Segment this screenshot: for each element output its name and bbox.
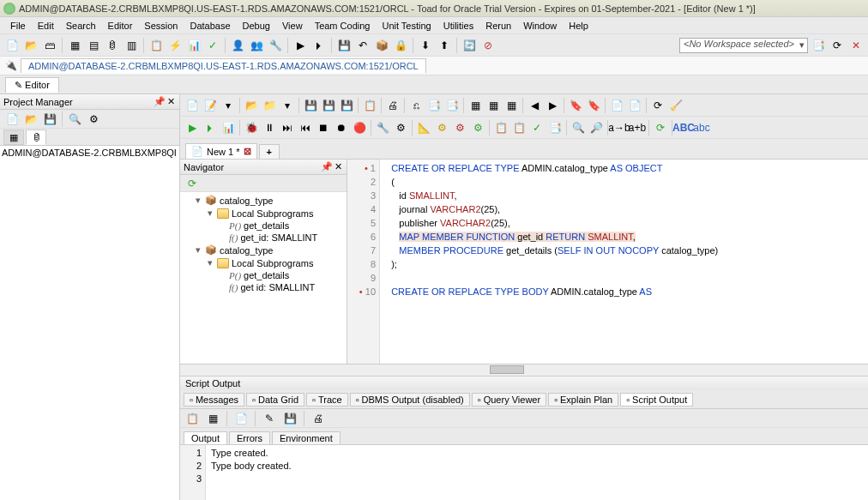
- expand-icon[interactable]: ▾: [206, 257, 214, 268]
- check-icon[interactable]: ✓: [204, 37, 221, 54]
- ed-drop2-icon[interactable]: ▾: [279, 97, 296, 114]
- ed-plsql-icon[interactable]: 📄: [608, 97, 625, 114]
- grid-icon[interactable]: ▥: [123, 37, 140, 54]
- db-icon[interactable]: 🛢: [104, 37, 121, 54]
- t1-icon[interactable]: 🔧: [374, 119, 391, 136]
- t2-icon[interactable]: ⚙: [392, 119, 409, 136]
- workspace-selector[interactable]: <No Workspace selected>: [679, 38, 808, 53]
- out-save-icon[interactable]: 💾: [281, 410, 298, 427]
- dbg3-icon[interactable]: ⏭: [279, 119, 296, 136]
- menu-rerun[interactable]: Rerun: [480, 19, 516, 33]
- out-t1-icon[interactable]: 📋: [184, 410, 201, 427]
- subtab-output[interactable]: Output: [184, 431, 227, 444]
- exec-plan-icon[interactable]: 📊: [220, 119, 237, 136]
- exec-script-icon[interactable]: ▶: [184, 119, 201, 136]
- z1-icon[interactable]: a→b: [611, 119, 628, 136]
- nav-item[interactable]: ▾📦catalog_type: [182, 244, 345, 256]
- nav-item[interactable]: ▾Local Subprograms: [182, 256, 345, 269]
- pm-cfg-icon[interactable]: ⚙: [85, 111, 102, 128]
- ed-open2-icon[interactable]: 📁: [261, 97, 278, 114]
- x2-icon[interactable]: 📋: [510, 119, 527, 136]
- menu-search[interactable]: Search: [61, 19, 101, 33]
- ed-c1-icon[interactable]: 🔖: [567, 97, 584, 114]
- menu-file[interactable]: File: [5, 19, 31, 33]
- new-icon[interactable]: 📄: [3, 37, 21, 54]
- ed-drop-icon[interactable]: ▾: [220, 97, 237, 114]
- proc-icon[interactable]: 📋: [148, 37, 165, 54]
- dbg1-icon[interactable]: 🐞: [243, 119, 260, 136]
- ed-a1-icon[interactable]: ⎌: [407, 97, 425, 114]
- expand-icon[interactable]: ▾: [206, 208, 214, 219]
- output-tab-messages[interactable]: ▫Messages: [184, 393, 244, 407]
- code-editor[interactable]: • 123456789• 10 CREATE OR REPLACE TYPE A…: [347, 160, 868, 364]
- action1-icon[interactable]: ⬇: [417, 37, 434, 54]
- pin-icon[interactable]: 📌: [154, 96, 164, 107]
- view-icon[interactable]: ▤: [85, 37, 102, 54]
- nav-item[interactable]: P()get_details: [182, 220, 345, 232]
- pm-filter-icon[interactable]: 🔍: [66, 111, 83, 128]
- h-scrollbar[interactable]: [180, 364, 868, 376]
- z2-icon[interactable]: a+b: [629, 119, 646, 136]
- rollback-icon[interactable]: ↶: [354, 37, 371, 54]
- out-t2-icon[interactable]: ▦: [204, 410, 221, 427]
- ws-del-icon[interactable]: ✕: [847, 37, 865, 54]
- ed-b1-icon[interactable]: ▦: [467, 97, 484, 114]
- subtab-errors[interactable]: Errors: [229, 431, 270, 444]
- close-icon[interactable]: ✕: [166, 96, 176, 107]
- action2-icon[interactable]: ⬆: [436, 37, 453, 54]
- ed-save-icon[interactable]: 💾: [302, 97, 319, 114]
- menu-debug[interactable]: Debug: [238, 19, 275, 33]
- exec-icon[interactable]: ⚡: [166, 37, 184, 54]
- open-icon[interactable]: 📂: [22, 37, 39, 54]
- nav-refresh-icon[interactable]: ⟳: [184, 175, 201, 192]
- refresh-icon[interactable]: 🔄: [461, 37, 478, 54]
- pm-tree-icon[interactable]: ▦: [3, 130, 24, 145]
- pm-connection-item[interactable]: ADMIN@DATABASE-2.CRBMLBXMP8QI.: [2, 148, 178, 158]
- ed-a2-icon[interactable]: 📑: [425, 97, 443, 114]
- ed-clip-icon[interactable]: 📋: [361, 97, 378, 114]
- sql-icon[interactable]: ▶: [292, 37, 309, 54]
- ed-print-icon[interactable]: 🖨: [384, 97, 401, 114]
- menu-unit-testing[interactable]: Unit Testing: [377, 19, 436, 33]
- nav-item[interactable]: ▾Local Subprograms: [182, 207, 345, 220]
- ref2-icon[interactable]: ⟳: [652, 119, 669, 136]
- out-print-icon[interactable]: 🖨: [310, 410, 327, 427]
- session-icon[interactable]: 🔧: [267, 37, 284, 54]
- ed-clear-icon[interactable]: 🧹: [667, 97, 684, 114]
- lock-icon[interactable]: 🔒: [392, 37, 409, 54]
- tx-icon[interactable]: 📦: [373, 37, 390, 54]
- pm-db-icon[interactable]: 🛢: [26, 130, 46, 145]
- case-lower-icon[interactable]: abc: [693, 119, 710, 136]
- dbg7-icon[interactable]: 🔴: [351, 119, 368, 136]
- ed-b2-icon[interactable]: ▦: [485, 97, 502, 114]
- nav-item[interactable]: ▾📦catalog_type: [182, 194, 345, 207]
- ws2-icon[interactable]: ⟳: [829, 37, 846, 54]
- ed-a3-icon[interactable]: 📑: [443, 97, 461, 114]
- menu-database[interactable]: Database: [184, 19, 235, 33]
- ed-nav-fwd-icon[interactable]: ▶: [544, 97, 561, 114]
- ed-saveas-icon[interactable]: 💾: [338, 97, 355, 114]
- nav-close-icon[interactable]: ✕: [333, 161, 343, 172]
- cog1-icon[interactable]: ⚙: [433, 119, 450, 136]
- ed-saveall-icon[interactable]: 💾: [320, 97, 337, 114]
- dbg4-icon[interactable]: ⏮: [297, 119, 314, 136]
- x1-icon[interactable]: 📋: [492, 119, 509, 136]
- menu-session[interactable]: Session: [139, 19, 183, 33]
- table-icon[interactable]: ▦: [66, 37, 83, 54]
- expand-icon[interactable]: ▾: [194, 244, 202, 256]
- chk-icon[interactable]: ✓: [528, 119, 546, 136]
- dbg2-icon[interactable]: ⏸: [261, 119, 278, 136]
- output-tab-trace[interactable]: ▫Trace: [306, 393, 348, 407]
- x3-icon[interactable]: 📑: [546, 119, 564, 136]
- cog3-icon[interactable]: ⚙: [469, 119, 486, 136]
- menu-utilities[interactable]: Utilities: [438, 19, 479, 33]
- exec-stmt-icon[interactable]: ⏵: [202, 119, 219, 136]
- ed-c2-icon[interactable]: 🔖: [585, 97, 602, 114]
- output-tab-script-output[interactable]: ▫Script Output: [620, 393, 693, 407]
- sql-tab-close-icon[interactable]: ⊠: [244, 146, 251, 157]
- pm-new-icon[interactable]: 📄: [3, 111, 21, 128]
- dbg5-icon[interactable]: ⏹: [315, 119, 332, 136]
- schema-icon[interactable]: 🗃: [41, 37, 58, 54]
- ed-b3-icon[interactable]: ▦: [503, 97, 520, 114]
- run-icon[interactable]: ⏵: [310, 37, 328, 54]
